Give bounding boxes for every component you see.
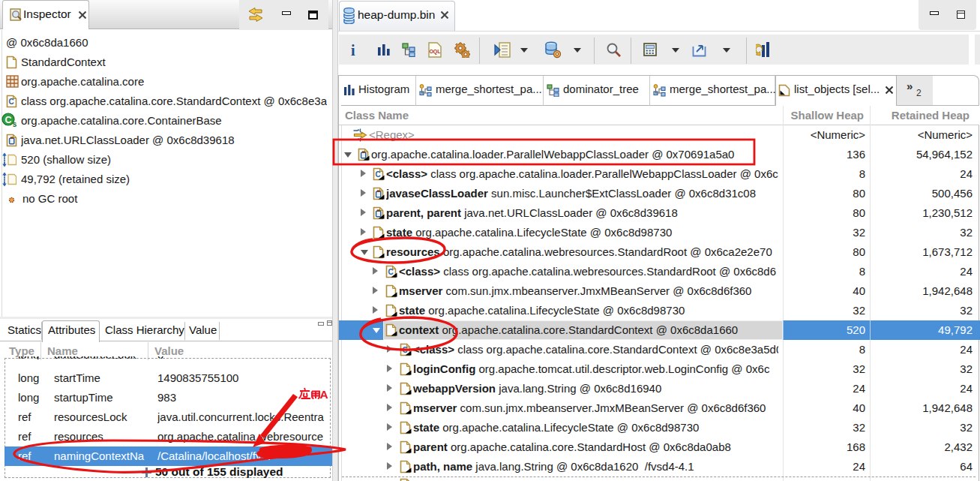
svg-text:A: A bbox=[320, 388, 328, 401]
